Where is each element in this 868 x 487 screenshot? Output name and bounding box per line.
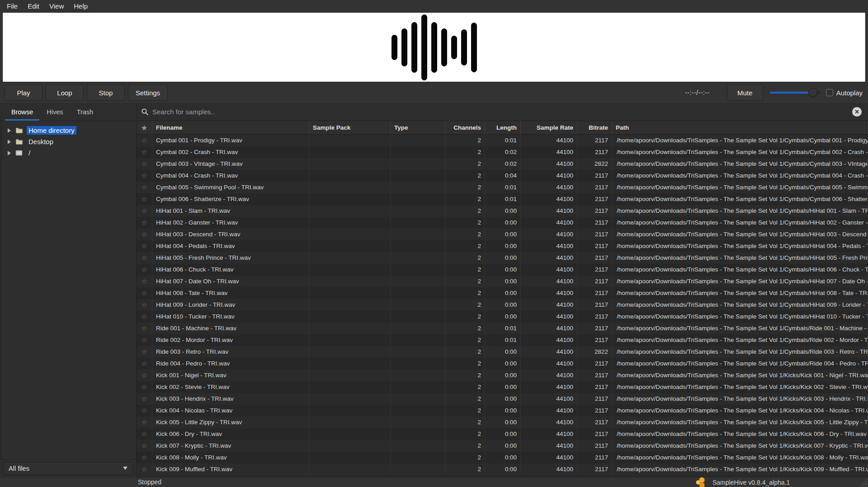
column-header-bitrate[interactable]: Bitrate (577, 121, 612, 134)
column-header-channels[interactable]: Channels (445, 121, 485, 134)
table-row[interactable]: ☆HiHat 005 - Fresh Prince - TRI.wav20:00… (137, 252, 868, 264)
file-filter-dropdown[interactable]: All files (3, 462, 133, 475)
cell-type (391, 405, 445, 417)
menu-item-view[interactable]: View (44, 1, 69, 11)
favorite-star-icon[interactable]: ☆ (141, 230, 147, 238)
favorite-star-icon[interactable]: ☆ (141, 289, 147, 297)
table-row[interactable]: ☆Kick 003 - Hendrix - TRI.wav20:00441002… (137, 393, 868, 405)
expand-arrow-icon[interactable] (8, 128, 11, 133)
favorite-star-icon[interactable]: ☆ (141, 407, 147, 414)
mute-button[interactable]: Mute (727, 84, 763, 101)
favorite-star-icon[interactable]: ☆ (141, 383, 147, 391)
cell-sample-rate: 44100 (521, 264, 577, 276)
column-header-sample_rate[interactable]: Sample Rate (521, 121, 577, 134)
column-header-filename[interactable]: Filename (152, 121, 309, 134)
volume-slider[interactable] (770, 88, 821, 98)
cell-path: /home/apoorv/Downloads/TriSamples - The … (612, 146, 868, 158)
column-header-type[interactable]: Type (391, 121, 445, 134)
favorite-star-icon[interactable]: ☆ (141, 242, 147, 250)
favorite-star-icon[interactable]: ☆ (141, 418, 147, 426)
table-row[interactable]: ☆Kick 005 - Little Zippy - TRI.wav20:004… (137, 417, 868, 428)
menu-item-file[interactable]: File (2, 1, 23, 11)
table-row[interactable]: ☆HiHat 008 - Tate - TRI.wav20:0044100211… (137, 287, 868, 299)
column-header-path[interactable]: Path (612, 121, 868, 134)
tree-item-home-directory[interactable]: Home directory (2, 125, 136, 136)
table-row[interactable]: ☆HiHat 002 - Ganster - TRI.wav20:0044100… (137, 217, 868, 229)
favorite-star-icon[interactable]: ☆ (141, 195, 147, 203)
favorite-star-icon[interactable]: ☆ (141, 301, 147, 309)
favorite-star-icon[interactable]: ☆ (141, 219, 147, 226)
favorite-star-icon[interactable]: ☆ (141, 136, 147, 144)
expand-arrow-icon[interactable] (8, 140, 11, 144)
column-header-sample_pack[interactable]: Sample Pack (309, 121, 391, 134)
clear-search-icon[interactable]: ✕ (852, 107, 862, 117)
favorite-star-icon[interactable]: ☆ (141, 442, 147, 450)
loop-button[interactable]: Loop (46, 84, 84, 101)
table-row[interactable]: ☆Cymbal 001 - Prodigy - TRI.wav20:014410… (137, 135, 868, 146)
favorite-star-icon[interactable]: ☆ (141, 360, 147, 367)
volume-slider-knob[interactable] (808, 88, 817, 97)
tree-item-root[interactable]: / (2, 147, 136, 159)
favorite-star-icon[interactable]: ☆ (141, 266, 147, 273)
favorite-star-icon[interactable]: ☆ (141, 313, 147, 320)
settings-button[interactable]: Settings (128, 84, 168, 101)
table-row[interactable]: ☆Ride 002 - Mordor - TRI.wav20:014410021… (137, 334, 868, 346)
play-button[interactable]: Play (5, 84, 42, 101)
favorite-star-icon[interactable]: ☆ (141, 454, 147, 461)
table-row[interactable]: ☆Ride 004 - Pedro - TRI.wav20:0044100211… (137, 358, 868, 370)
table-row[interactable]: ☆Kick 001 - Nigel - TRI.wav20:0044100211… (137, 370, 868, 381)
table-row[interactable]: ☆Kick 006 - Dry - TRI.wav20:00441002117/… (137, 428, 868, 440)
favorite-star-icon[interactable]: ☆ (141, 183, 147, 191)
favorite-star-icon[interactable]: ☆ (141, 465, 147, 473)
tab-hives[interactable]: Hives (40, 103, 70, 121)
cell-type (391, 323, 445, 334)
expand-arrow-icon[interactable] (8, 151, 11, 155)
favorite-star-icon[interactable]: ☆ (141, 348, 147, 356)
favorite-star-icon[interactable]: ☆ (141, 207, 147, 215)
search-input[interactable] (152, 108, 852, 116)
table-row[interactable]: ☆Kick 008 - Molly - TRI.wav20:0044100211… (137, 452, 868, 464)
table-row[interactable]: ☆Cymbal 003 - VIntage - TRI.wav20:024410… (137, 158, 868, 170)
favorite-star-icon[interactable]: ☆ (141, 148, 147, 156)
favorite-star-icon[interactable]: ☆ (141, 254, 147, 262)
autoplay-checkbox[interactable] (826, 89, 833, 96)
table-row[interactable]: ☆Ride 003 - Retro - TRI.wav20:0044100282… (137, 346, 868, 358)
tab-browse[interactable]: Browse (5, 103, 40, 121)
table-row[interactable]: ☆Kick 009 - Muffled - TRI.wav20:00441002… (137, 464, 868, 475)
tab-trash[interactable]: Trash (70, 103, 100, 121)
table-row[interactable]: ☆Ride 001 - Machine - TRI.wav20:01441002… (137, 323, 868, 334)
favorite-star-icon[interactable]: ☆ (141, 395, 147, 403)
table-row[interactable]: ☆Cymbal 006 - Shatterize - TRI.wav20:014… (137, 193, 868, 205)
table-row[interactable]: ☆Cymbal 004 - Crash - TRI.wav20:04441002… (137, 170, 868, 182)
table-row[interactable]: ☆Cymbal 005 - Swimming Pool - TRI.wav20:… (137, 182, 868, 193)
waveform-display[interactable] (2, 12, 866, 82)
favorite-star-icon[interactable]: ☆ (141, 324, 147, 332)
cell-sample-rate: 44100 (521, 276, 577, 287)
table-row[interactable]: ☆HiHat 001 - Slam - TRI.wav20:0044100211… (137, 205, 868, 217)
table-row[interactable]: ☆Cymbal 002 - Crash - TRI.wav20:02441002… (137, 146, 868, 158)
table-row[interactable]: ☆HiHat 009 - Lorider - TRI.wav20:0044100… (137, 299, 868, 311)
stop-button[interactable]: Stop (87, 84, 125, 101)
table-row[interactable]: ☆HiHat 006 - Chuck - TRI.wav20:004410021… (137, 264, 868, 276)
favorite-star-icon[interactable]: ☆ (141, 430, 147, 438)
table-row[interactable]: ☆HiHat 003 - Descend - TRI.wav20:0044100… (137, 229, 868, 240)
cell-filename: HiHat 010 - Tucker - TRI.wav (152, 311, 309, 323)
favorite-star-icon[interactable]: ☆ (141, 160, 147, 168)
favorite-star-icon[interactable]: ☆ (141, 371, 147, 379)
tree-item-desktop[interactable]: Desktop (2, 136, 136, 147)
cell-favorite: ☆ (137, 240, 152, 252)
favorite-star-icon[interactable]: ☆ (141, 172, 147, 179)
table-row[interactable]: ☆HiHat 007 - Date Oh - TRI.wav20:0044100… (137, 276, 868, 287)
resize-grip[interactable] (859, 478, 868, 487)
column-header-favorite[interactable]: ★ (137, 121, 152, 134)
menu-item-edit[interactable]: Edit (23, 1, 44, 11)
table-row[interactable]: ☆HiHat 010 - Tucker - TRI.wav20:00441002… (137, 311, 868, 323)
favorite-star-icon[interactable]: ☆ (141, 336, 147, 344)
column-header-length[interactable]: Length (485, 121, 521, 134)
table-row[interactable]: ☆Kick 002 - Stevie - TRI.wav20:004410021… (137, 381, 868, 393)
table-row[interactable]: ☆HiHat 004 - Pedals - TRI.wav20:00441002… (137, 240, 868, 252)
table-row[interactable]: ☆Kick 004 - Nicolas - TRI.wav20:00441002… (137, 405, 868, 417)
table-row[interactable]: ☆Kick 007 - Kryptic - TRI.wav20:00441002… (137, 440, 868, 452)
menu-item-help[interactable]: Help (69, 1, 93, 11)
favorite-star-icon[interactable]: ☆ (141, 277, 147, 285)
